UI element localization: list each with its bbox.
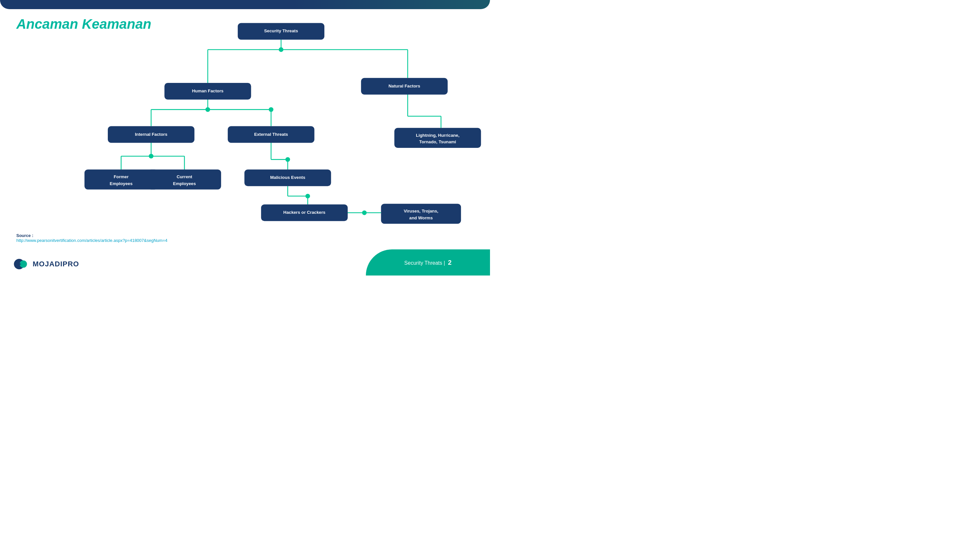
node-current-employees (148, 170, 221, 189)
svg-text:Malicious Events: Malicious Events (270, 175, 305, 180)
tree-diagram: Security Threats Human Factors Natural F… (65, 16, 484, 249)
svg-text:Tornado, Tsunami: Tornado, Tsunami (419, 140, 456, 144)
logo-container: MOJADIPRO (13, 257, 79, 271)
node-lightning (394, 128, 481, 148)
svg-point-28 (269, 107, 274, 112)
node-viruses (381, 204, 461, 224)
svg-text:External Threats: External Threats (254, 132, 288, 137)
svg-text:Viruses, Trojans,: Viruses, Trojans, (404, 209, 438, 213)
svg-text:Current: Current (177, 174, 192, 179)
footer-page-label: Security Threats | 2 (404, 259, 452, 266)
mojadipro-logo-icon (13, 257, 29, 271)
svg-text:Employees: Employees (110, 181, 133, 186)
svg-text:Former: Former (114, 174, 129, 179)
svg-point-29 (149, 154, 153, 158)
svg-point-27 (205, 107, 210, 112)
footer-page-info: Security Threats | 2 (366, 249, 490, 275)
svg-point-32 (362, 211, 366, 215)
svg-point-30 (285, 157, 290, 162)
source-section: Source : http://www.pearsonitvertificati… (16, 233, 167, 243)
svg-text:Lightning, Hurricane,: Lightning, Hurricane, (416, 133, 459, 138)
node-former-employees (84, 170, 158, 189)
source-label: Source : (16, 233, 167, 238)
footer-page-number: 2 (448, 259, 452, 266)
svg-text:Human Factors: Human Factors (192, 89, 223, 94)
svg-point-26 (278, 47, 283, 52)
svg-text:Internal Factors: Internal Factors (135, 132, 167, 137)
svg-text:Hackers or Crackers: Hackers or Crackers (283, 210, 325, 215)
svg-point-31 (305, 194, 310, 198)
top-bar (0, 0, 490, 9)
source-url: http://www.pearsonitvertification.com/ar… (16, 238, 167, 243)
svg-text:Employees: Employees (173, 181, 196, 186)
footer: MOJADIPRO Security Threats | 2 (0, 252, 490, 275)
svg-text:and Worms: and Worms (409, 216, 433, 220)
svg-text:Natural Factors: Natural Factors (388, 84, 420, 89)
logo-text: MOJADIPRO (33, 260, 79, 268)
svg-text:Security Threats: Security Threats (264, 29, 298, 33)
